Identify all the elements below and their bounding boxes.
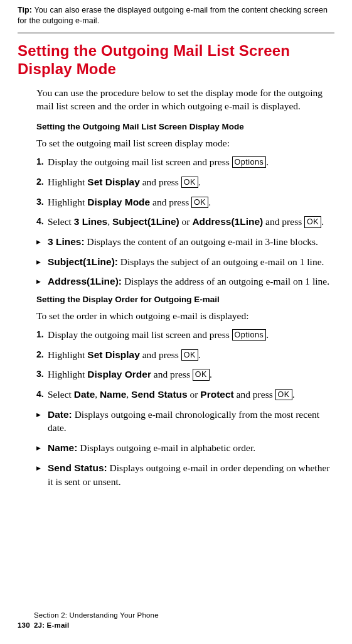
keycap-options: Options: [232, 156, 267, 168]
lead-a: To set the outgoing mail list screen dis…: [36, 138, 334, 149]
step-text: Display the outgoing mail list screen an…: [48, 329, 232, 340]
bullet-a3: Address(1Line): Displays the address of …: [36, 275, 334, 288]
step-text: .: [208, 197, 211, 207]
menu-item: Display Order: [87, 369, 151, 379]
step-a1: Display the outgoing mail list screen an…: [36, 155, 334, 169]
tip-block: Tip: You can also erase the displayed ou…: [18, 0, 334, 33]
bullet-text: Displays outgoing e-mail chronologically…: [48, 409, 319, 434]
bullet-b3: Send Status: Displays outgoing e-mail in…: [36, 461, 334, 488]
menu-item: Display Mode: [87, 197, 150, 207]
option: Send Status: [131, 389, 188, 400]
divider: [18, 33, 334, 33]
option: Date: [74, 389, 95, 400]
step-text: Select: [48, 216, 74, 227]
bullet-label: 3 Lines:: [48, 236, 85, 247]
bullet-b1: Date: Displays outgoing e-mail chronolog…: [36, 408, 334, 435]
page-footer: Section 2: Understanding Your Phone 1302…: [18, 610, 159, 630]
step-text: .: [210, 369, 212, 379]
bullet-label: Subject(1Line):: [48, 256, 118, 267]
lead-b: To set the order in which outgoing e-mai…: [36, 310, 334, 322]
bullet-text: Displays the address of an outgoing e-ma…: [122, 276, 329, 287]
keycap-ok: OK: [275, 389, 292, 400]
step-a3: Highlight Display Mode and press OK.: [36, 195, 334, 209]
step-text: .: [321, 216, 324, 227]
step-text: .: [266, 156, 269, 167]
bullets-b: Date: Displays outgoing e-mail chronolog…: [36, 408, 334, 488]
keycap-ok: OK: [181, 349, 198, 361]
tip-text: You can also erase the displayed outgoin…: [18, 6, 328, 25]
step-text: Highlight: [48, 369, 87, 379]
step-text: and press: [263, 216, 304, 227]
step-text: Highlight: [48, 349, 87, 360]
keycap-ok: OK: [181, 177, 198, 188]
step-text: ,: [126, 389, 131, 400]
step-text: or: [188, 389, 201, 400]
step-text: Highlight: [48, 177, 87, 187]
page-number: 130: [18, 620, 34, 630]
keycap-ok: OK: [191, 197, 208, 208]
tip-label: Tip:: [18, 6, 32, 14]
option: Subject(1Line): [112, 216, 179, 227]
step-a2: Highlight Set Display and press OK.: [36, 175, 334, 189]
option: 3 Lines: [74, 216, 107, 227]
subheading-display-order: Setting the Display Order for Outgoing E…: [36, 295, 334, 304]
menu-item: Set Display: [87, 177, 140, 187]
step-b1: Display the outgoing mail list screen an…: [36, 328, 334, 342]
step-text: Display the outgoing mail list screen an…: [48, 156, 232, 167]
steps-list-b: Display the outgoing mail list screen an…: [36, 328, 334, 401]
step-b2: Highlight Set Display and press OK.: [36, 348, 334, 362]
step-text: .: [292, 389, 295, 400]
step-text: ,: [95, 389, 100, 400]
step-text: or: [179, 216, 193, 227]
intro-text: You can use the procedure below to set t…: [36, 87, 334, 113]
step-text: Highlight: [48, 197, 87, 207]
steps-list-a: Display the outgoing mail list screen an…: [36, 155, 334, 229]
bullet-text: Displays outgoing e-mail in alphabetic o…: [77, 442, 255, 453]
footer-section: Section 2: Understanding Your Phone: [18, 610, 159, 620]
option: Name: [100, 389, 126, 400]
bullet-text: Displays the content of an outgoing e-ma…: [85, 236, 318, 247]
step-text: and press: [234, 389, 275, 400]
page-title: Setting the Outgoing Mail List Screen Di…: [18, 42, 334, 79]
step-text: .: [198, 177, 201, 187]
step-text: and press: [151, 369, 193, 379]
keycap-ok: OK: [304, 216, 321, 227]
step-text: and press: [140, 177, 181, 187]
step-text: ,: [107, 216, 112, 227]
menu-item: Set Display: [87, 349, 140, 360]
bullet-label: Send Status:: [48, 462, 107, 473]
step-text: and press: [150, 197, 191, 207]
step-text: and press: [140, 349, 181, 360]
option: Address(1Line): [192, 216, 263, 227]
bullet-label: Address(1Line):: [48, 276, 122, 287]
step-a4: Select 3 Lines, Subject(1Line) or Addres…: [36, 215, 334, 229]
keycap-options: Options: [232, 329, 267, 341]
subheading-display-mode: Setting the Outgoing Mail List Screen Di…: [36, 122, 334, 131]
bullet-text: Displays the subject of an outgoing e-ma…: [118, 256, 324, 267]
bullet-label: Name:: [48, 442, 77, 453]
bullet-b2: Name: Displays outgoing e-mail in alphab…: [36, 441, 334, 455]
footer-chapter: 2J: E-mail: [34, 621, 69, 629]
bullet-a2: Subject(1Line): Displays the subject of …: [36, 255, 334, 269]
option: Protect: [200, 389, 233, 400]
step-text: Select: [48, 389, 74, 400]
bullets-a: 3 Lines: Displays the content of an outg…: [36, 235, 334, 288]
step-b4: Select Date, Name, Send Status or Protec…: [36, 388, 334, 401]
step-b3: Highlight Display Order and press OK.: [36, 368, 334, 381]
keycap-ok: OK: [193, 369, 210, 380]
bullet-a1: 3 Lines: Displays the content of an outg…: [36, 235, 334, 249]
step-text: .: [266, 329, 269, 340]
step-text: .: [198, 349, 201, 360]
bullet-label: Date:: [48, 409, 72, 420]
